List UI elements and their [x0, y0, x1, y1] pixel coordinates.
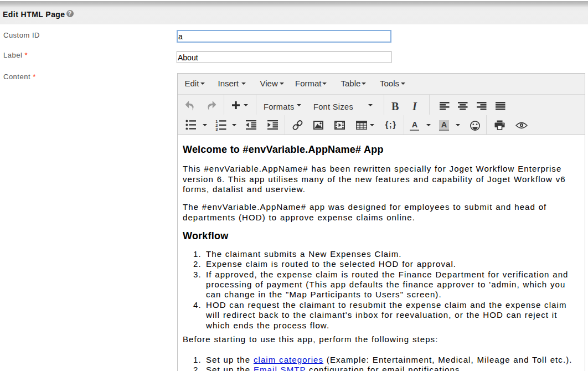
svg-text:3: 3 — [215, 127, 218, 132]
